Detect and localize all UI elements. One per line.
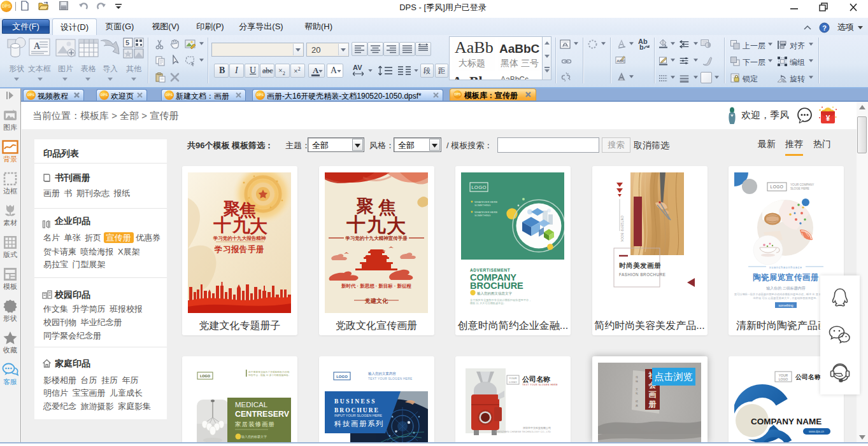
svg-text:画: 画 (648, 390, 656, 399)
svg-text:传: 传 (636, 375, 638, 379)
svg-text:聚: 聚 (356, 197, 374, 216)
svg-text:输入您的图文信息文字: 输入您的图文信息文字 (477, 291, 513, 296)
svg-text:something: something (778, 303, 793, 307)
svg-text:大: 大 (250, 216, 268, 236)
svg-text:SLOGE HERE: SLOGE HERE (790, 187, 809, 190)
svg-text:公司名称: 公司名称 (795, 373, 821, 380)
svg-text:FASHION BROCHURE: FASHION BROCHURE (619, 272, 665, 277)
svg-text:LOGO: LOGO (336, 375, 348, 379)
svg-text:ONTEBPR BOOK: ONTEBPR BOOK (620, 216, 623, 242)
svg-text:LOGO: LOGO (771, 185, 784, 189)
svg-text:科技画册系列: 科技画册系列 (334, 420, 384, 428)
svg-text:学习党的十九大报告精神: 学习党的十九大报告精神 (213, 235, 266, 241)
svg-text:党建文化: 党建文化 (364, 298, 388, 304)
svg-text:册: 册 (648, 400, 656, 408)
svg-text:COMPANY NAME: COMPANY NAME (751, 417, 822, 426)
svg-text:TEXT YOUR SLOGEN HERE: TEXT YOUR SLOGEN HERE (368, 377, 413, 380)
svg-text:新时代 · 新思想 · 新目标 · 新征程: 新时代 · 新思想 · 新目标 · 新征程 (341, 283, 411, 289)
svg-text:统: 统 (636, 380, 638, 383)
svg-text:十: 十 (346, 214, 366, 235)
svg-text:TEXT YOUR SLOGEN HERE: TEXT YOUR SLOGEN HERE (522, 384, 558, 386)
svg-text:SOMETHING: SOMETHING (474, 204, 490, 207)
svg-text:报告平台，模板 分·多个印刷模板销售。: 报告平台，模板 分·多个印刷模板销售。 (248, 373, 291, 377)
svg-text:ABC: ABC (616, 59, 625, 63)
svg-text:www.dps.cn: www.dps.cn (809, 430, 825, 433)
svg-text:INPUT YOUR SLOGEN HERE: INPUT YOUR SLOGEN HERE (334, 414, 382, 417)
svg-text:BROCHURE: BROCHURE (470, 281, 523, 291)
svg-text:YOUR COMPANY: YOUR COMPANY (790, 183, 814, 186)
svg-text:九: 九 (232, 216, 251, 235)
svg-text:学习党的十九大精神宣传手册: 学习党的十九大精神宣传手册 (345, 235, 408, 241)
svg-text:BROCHURE: BROCHURE (334, 407, 380, 414)
svg-text:家居装修画册: 家居装修画册 (235, 421, 275, 428)
svg-text:¥: ¥ (826, 114, 830, 123)
svg-text:BUSINESS: BUSINESS (334, 398, 376, 405)
svg-text:陶瓷展览宣传画册: 陶瓷展览宣传画册 (753, 273, 819, 282)
svg-text:xuanchaunhuace: xuanchaunhuace (769, 265, 802, 269)
svg-text:典: 典 (636, 404, 638, 407)
svg-text:YOUR: YOUR (509, 377, 516, 380)
svg-text:深圳市中文科技有限公司: 深圳市中文科技有限公司 (523, 426, 551, 429)
svg-text:学习报告手册: 学习报告手册 (214, 244, 264, 254)
svg-text:经: 经 (636, 400, 638, 403)
svg-text:大: 大 (387, 215, 406, 236)
svg-text:CENTRESERV: CENTRESERV (235, 410, 290, 419)
svg-text:ADVERTISEMENT: ADVERTISEMENT (470, 268, 510, 272)
svg-text:5: 5 (125, 39, 129, 46)
svg-text:九: 九 (366, 214, 386, 235)
svg-text:时尚美发画册: 时尚美发画册 (619, 261, 661, 269)
svg-text:?: ? (822, 24, 827, 31)
svg-text:LOGO: LOGO (779, 377, 788, 381)
svg-text:十: 十 (213, 215, 231, 235)
svg-text:MEDICAL: MEDICAL (235, 401, 268, 408)
svg-text:LOGO: LOGO (200, 374, 211, 378)
svg-text:LOGO: LOGO (509, 380, 517, 384)
svg-text:输入您的文案内容: 输入您的文案内容 (368, 372, 397, 376)
svg-text:LOGO: LOGO (471, 185, 487, 190)
svg-text:公司名称: 公司名称 (522, 375, 550, 383)
svg-text:SHENZHEN CHINESE TECHNOLOGY CO: SHENZHEN CHINESE TECHNOLOGY CO., LTD (495, 430, 551, 433)
svg-text:SOMETHING: SOMETHING (474, 214, 490, 217)
svg-text:输入您的标题文字: 输入您的标题文字 (241, 435, 267, 439)
svg-text:由于需要有业绩为了所采购销售的价格: 由于需要有业绩为了所采购销售的价格 (248, 370, 290, 373)
svg-text:化: 化 (635, 392, 638, 395)
svg-text:输入你的 二级标题内容: 输入你的 二级标题内容 (766, 286, 806, 291)
svg-text:A: A (34, 41, 41, 51)
svg-text:文: 文 (636, 387, 638, 391)
